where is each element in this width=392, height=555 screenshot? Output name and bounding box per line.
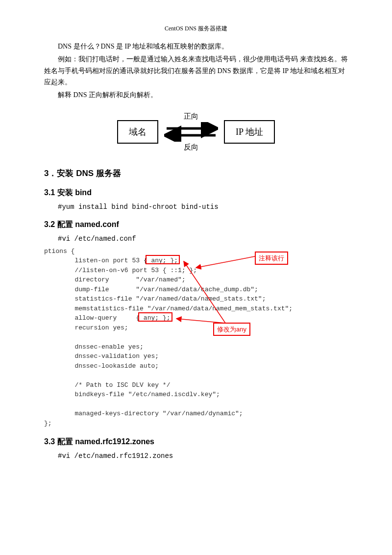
annotation-change-any: 修改为any	[213, 323, 250, 336]
cmd-install-bind: #yum install bind bind-chroot bind-utis	[58, 203, 348, 211]
annotation-comment-line: 注释该行	[255, 252, 288, 265]
diagram-label-reverse: 反向	[184, 143, 198, 152]
page: CentOS DNS 服务器搭建 DNS 是什么？DNS 是 IP 地址和域名相…	[0, 0, 392, 489]
cmd-vi-rfc1912: #vi /etc/named.rfc1912.zones	[58, 452, 348, 460]
diagram-box-ip: IP 地址	[224, 120, 275, 144]
section-3-2-title: 3.2 配置 named.conf	[44, 220, 348, 230]
intro-p1: DNS 是什么？DNS 是 IP 地址和域名相互映射的数据库。	[44, 41, 348, 52]
intro-p2: 例如：我们打电话时，一般是通过输入姓名来查找电话号码，很少使用电话号码 来查找姓…	[44, 53, 348, 88]
highlight-box-any-2	[138, 312, 172, 322]
cmd-vi-named-conf: #vi /etc/named.conf	[58, 235, 348, 243]
highlight-box-any-1	[146, 255, 180, 264]
double-arrow-icon	[164, 122, 218, 142]
diagram-arrows: 正向 反向	[164, 111, 218, 153]
section-3-3-title: 3.3 配置 named.rfc1912.zones	[44, 437, 348, 447]
dns-diagram: 域名 正向 反向 IP 地址	[44, 111, 348, 153]
code-text: ptions { listen-on port 53 { any; }; //l…	[44, 247, 348, 429]
named-conf-code: ptions { listen-on port 53 { any; }; //l…	[44, 247, 348, 429]
diagram-label-forward: 正向	[184, 112, 198, 121]
intro-block: DNS 是什么？DNS 是 IP 地址和域名相互映射的数据库。 例如：我们打电话…	[44, 41, 348, 101]
intro-p3: 解释 DNS 正向解析和反向解析。	[44, 89, 348, 101]
section-3-1-title: 3.1 安装 bind	[44, 188, 348, 198]
diagram-box-domain: 域名	[117, 120, 158, 144]
page-header: CentOS DNS 服务器搭建	[44, 25, 348, 33]
section-3-title: 3．安装 DNS 服务器	[44, 168, 348, 179]
